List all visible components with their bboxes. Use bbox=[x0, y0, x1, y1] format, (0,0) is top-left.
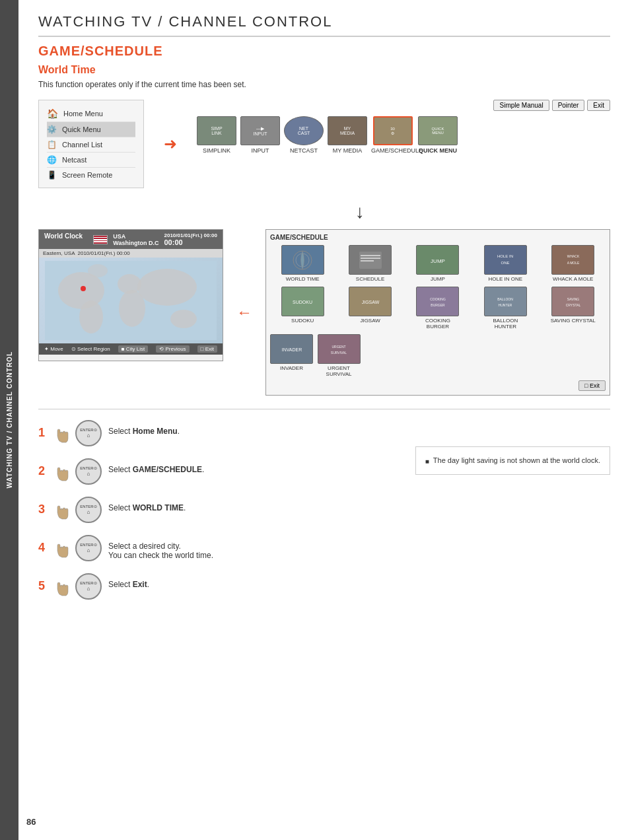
svg-text:HOLE IN: HOLE IN bbox=[497, 254, 513, 258]
quickmenu-icon-item[interactable]: QUICKMENU QUICK MENU bbox=[418, 116, 458, 154]
step-4-number-area: 4 ENTER⊙ ⌂ bbox=[38, 535, 102, 561]
step-1-hand-icon bbox=[53, 421, 71, 445]
input-icon-item[interactable]: —▶INPUT INPUT bbox=[240, 116, 280, 154]
saving-label: SAVING CRYSTAL bbox=[551, 318, 596, 324]
step-1-enter-btn[interactable]: ENTER⊙ ⌂ bbox=[75, 420, 102, 446]
gs-saving[interactable]: SAVINGCRYSTAL SAVING CRYSTAL bbox=[541, 287, 606, 330]
menu-item-home-label: Home Menu bbox=[63, 110, 103, 118]
world-clock-box: World Clock USA Washington D.C 2010/01/0… bbox=[38, 229, 223, 361]
step-1-number: 1 bbox=[38, 426, 49, 440]
urgent-label: URGENT SURVIVAL bbox=[316, 365, 362, 378]
step-5-number-area: 5 ENTER⊙ ⌂ bbox=[38, 573, 102, 600]
svg-rect-12 bbox=[361, 255, 380, 256]
menu-item-remote[interactable]: 📱 Screen Remote bbox=[47, 168, 135, 182]
jump-icon: JUMP bbox=[416, 245, 459, 275]
menu-item-channel[interactable]: 📋 Channel List bbox=[47, 137, 135, 153]
step-3-enter-btn[interactable]: ENTER⊙ ⌂ bbox=[75, 497, 102, 523]
cooking-icon: COOKINGBURGER bbox=[416, 287, 459, 316]
menu-item-home[interactable]: 🏠 Home Menu bbox=[47, 106, 135, 122]
footer-move: ✦ Move bbox=[44, 346, 63, 352]
step-2-number: 2 bbox=[38, 464, 49, 478]
gs-cooking[interactable]: COOKINGBURGER COOKING BURGER bbox=[405, 287, 470, 330]
simplink-icon-item[interactable]: SIMPLINK SIMPLINK bbox=[197, 116, 236, 154]
note-text: The day light saving is not shown at the… bbox=[433, 455, 600, 466]
steps-list: 1 ENTER⊙ ⌂ Select Home Menu. bbox=[38, 420, 396, 612]
jump-label: JUMP bbox=[431, 276, 445, 283]
svg-text:URGENT: URGENT bbox=[332, 345, 345, 349]
game-schedule-box: GAME/SCHEDULE WORLD TIME SCHEDULE bbox=[265, 229, 610, 396]
menu-item-netcast[interactable]: 🌐 Netcast bbox=[47, 153, 135, 168]
world-time-icon bbox=[281, 245, 324, 275]
remote-icon: 📱 bbox=[47, 170, 57, 180]
gameschedule-icon-item[interactable]: 30⚙ GAME/SCHEDULE bbox=[371, 116, 414, 154]
gs-whack-a-mole[interactable]: WHACKA MOLE WHACK A MOLE bbox=[541, 245, 606, 283]
channel-icon: 📋 bbox=[47, 140, 57, 149]
svg-rect-13 bbox=[361, 258, 380, 259]
mymedia-icon: MYMEDIA bbox=[328, 116, 367, 145]
clock-country: USA Washington D.C bbox=[113, 233, 158, 246]
gs-urgent[interactable]: URGENTSURVIVAL URGENT SURVIVAL bbox=[316, 334, 362, 378]
section-divider bbox=[38, 409, 610, 409]
section-title: GAME/SCHEDULE bbox=[38, 44, 610, 59]
note-item-1: ■ The day light saving is not shown at t… bbox=[425, 455, 600, 466]
svg-point-6 bbox=[170, 310, 197, 328]
gs-world-time[interactable]: WORLD TIME bbox=[270, 245, 335, 283]
svg-text:JUMP: JUMP bbox=[431, 258, 445, 264]
menu-item-quick[interactable]: ⚙️ Quick Menu bbox=[47, 122, 135, 137]
step-2-enter-btn[interactable]: ENTER⊙ ⌂ bbox=[75, 458, 102, 485]
city-list-btn[interactable]: ■ City List bbox=[118, 345, 149, 353]
step-3: 3 ENTER⊙ ⌂ Select WORLD TIME. bbox=[38, 497, 396, 523]
svg-rect-27 bbox=[421, 289, 454, 313]
diagram-area: 🏠 Home Menu ⚙️ Quick Menu 📋 Channel List… bbox=[38, 100, 610, 188]
netcast-icon-item[interactable]: NETCAST NETCAST bbox=[284, 116, 324, 154]
gs-balloon[interactable]: BALLOONHUNTER BALLOON HUNTER bbox=[473, 287, 538, 330]
steps-area: 1 ENTER⊙ ⌂ Select Home Menu. bbox=[38, 420, 610, 612]
note-box: ■ The day light saving is not shown at t… bbox=[415, 446, 610, 475]
footer-select: ⊙ Select Region bbox=[71, 346, 110, 352]
note-bullet: ■ bbox=[425, 456, 429, 466]
gs-jigsaw[interactable]: JIGSAW JIGSAW bbox=[337, 287, 402, 330]
svg-text:COOKING: COOKING bbox=[430, 297, 446, 301]
gs-hole-in-one[interactable]: HOLE INONE HOLE IN ONE bbox=[473, 245, 538, 283]
svg-text:ONE: ONE bbox=[501, 261, 510, 265]
world-clock-title: World Clock bbox=[44, 232, 83, 246]
sudoku-label: SUDOKU bbox=[291, 318, 314, 324]
page-number: 86 bbox=[26, 817, 36, 827]
gs-exit-button[interactable]: □ Exit bbox=[578, 380, 606, 391]
subsection-title: World Time bbox=[38, 64, 610, 76]
mymedia-icon-item[interactable]: MYMEDIA MY MEDIA bbox=[328, 116, 367, 154]
svg-text:A MOLE: A MOLE bbox=[567, 261, 579, 265]
menu-icons-row: SIMPLINK SIMPLINK —▶INPUT INPUT NETCAST … bbox=[197, 116, 610, 154]
quickmenu-label: QUICK MENU bbox=[419, 147, 457, 154]
pointer-button[interactable]: Pointer bbox=[552, 100, 585, 111]
svg-text:CRYSTAL: CRYSTAL bbox=[565, 303, 580, 307]
world-clock-footer: ✦ Move ⊙ Select Region ■ City List ⟲ Pre… bbox=[39, 343, 223, 355]
sidebar: WATCHING TV / CHANNEL CONTROL bbox=[0, 0, 18, 840]
exit-btn-clock[interactable]: □ Exit bbox=[197, 345, 217, 353]
quickmenu-icon: QUICKMENU bbox=[418, 116, 458, 145]
svg-text:INVADER: INVADER bbox=[281, 347, 302, 352]
gs-sudoku[interactable]: SUDOKU SUDOKU bbox=[270, 287, 335, 330]
gs-exit-row: □ Exit bbox=[270, 380, 606, 391]
step-3-number: 3 bbox=[38, 503, 49, 516]
sidebar-label: WATCHING TV / CHANNEL CONTROL bbox=[6, 351, 13, 489]
svg-rect-33 bbox=[557, 289, 590, 313]
gs-jump[interactable]: JUMP JUMP bbox=[405, 245, 470, 283]
simplink-icon: SIMPLINK bbox=[197, 116, 236, 145]
input-label: INPUT bbox=[252, 147, 269, 154]
step-5-enter-btn[interactable]: ENTER⊙ ⌂ bbox=[75, 573, 102, 600]
simple-manual-button[interactable]: Simple Manual bbox=[493, 100, 549, 111]
svg-rect-20 bbox=[557, 248, 590, 272]
svg-rect-38 bbox=[322, 337, 355, 361]
step-4-text: Select a desired city.You can check the … bbox=[108, 535, 213, 560]
exit-button[interactable]: Exit bbox=[587, 100, 610, 111]
step-5: 5 ENTER⊙ ⌂ Select Exit. bbox=[38, 573, 396, 600]
world-clock-header: World Clock USA Washington D.C 2010/01/0… bbox=[39, 230, 223, 249]
previous-btn[interactable]: ⟲ Previous bbox=[156, 345, 189, 353]
invader-icon: INVADER bbox=[270, 334, 313, 364]
netcast-icon-label: NETCAST bbox=[290, 147, 318, 154]
hole-in-one-label: HOLE IN ONE bbox=[489, 276, 523, 283]
gs-schedule[interactable]: SCHEDULE bbox=[337, 245, 402, 283]
step-4-enter-btn[interactable]: ENTER⊙ ⌂ bbox=[75, 535, 102, 561]
gs-invader[interactable]: INVADER INVADER bbox=[270, 334, 313, 378]
